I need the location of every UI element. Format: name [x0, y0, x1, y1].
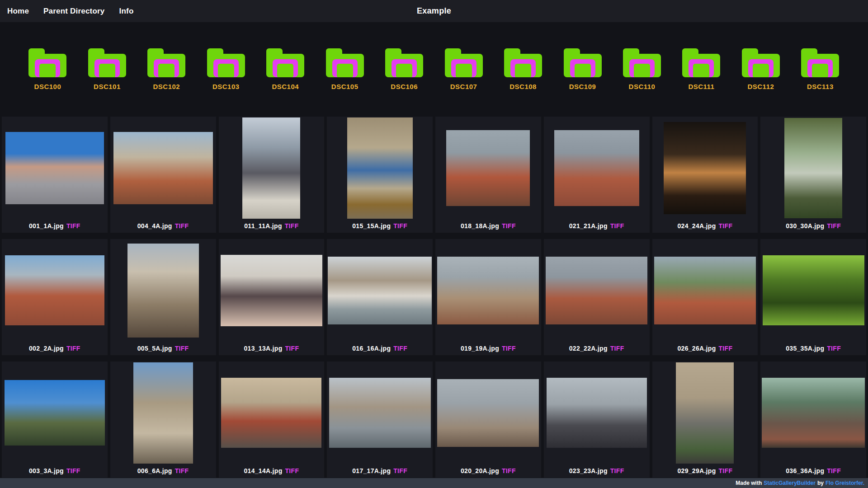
photo-thumbnail[interactable]	[127, 244, 199, 338]
photo-thumbnail[interactable]	[554, 130, 639, 206]
tiff-link[interactable]: TIFF	[66, 345, 80, 352]
folder-open-icon	[445, 48, 483, 77]
folder-label: DSC105	[331, 83, 359, 90]
photo-thumbnail[interactable]	[5, 132, 104, 204]
tiff-link[interactable]: TIFF	[175, 222, 189, 230]
photo-thumbnail[interactable]	[242, 117, 300, 219]
tiff-link[interactable]: TIFF	[66, 467, 80, 474]
tiff-link[interactable]: TIFF	[175, 345, 189, 352]
gallery-tile[interactable]: 016_16A.jpg TIFF	[327, 239, 433, 355]
folder-item[interactable]: DSC103	[203, 48, 249, 90]
tiff-link[interactable]: TIFF	[719, 345, 733, 352]
photo-thumbnail[interactable]	[437, 257, 539, 324]
tiff-link[interactable]: TIFF	[393, 345, 407, 352]
gallery-tile[interactable]: 018_18A.jpg TIFF	[435, 117, 541, 233]
photo-thumbnail[interactable]	[664, 122, 746, 214]
filename-label: 029_29A.jpg	[677, 467, 716, 474]
gallery-tile[interactable]: 003_3A.jpg TIFF	[2, 361, 108, 478]
gallery-tile[interactable]: 030_30A.jpg TIFF	[760, 117, 866, 233]
tiff-link[interactable]: TIFF	[610, 467, 624, 474]
photo-thumbnail[interactable]	[784, 118, 842, 218]
tiff-link[interactable]: TIFF	[175, 467, 189, 474]
tiff-link[interactable]: TIFF	[610, 222, 624, 230]
thumbnail-wrapper	[327, 117, 433, 219]
gallery-tile[interactable]: 011_11A.jpg TIFF	[219, 117, 325, 233]
folder-item[interactable]: DSC111	[679, 48, 724, 90]
gallery-tile[interactable]: 021_21A.jpg TIFF	[544, 117, 650, 233]
gallery-tile[interactable]: 014_14A.jpg TIFF	[219, 361, 325, 478]
photo-thumbnail[interactable]	[5, 380, 105, 446]
folder-item[interactable]: DSC113	[797, 48, 843, 90]
gallery-tile[interactable]: 005_5A.jpg TIFF	[110, 239, 216, 355]
tiff-link[interactable]: TIFF	[66, 222, 80, 230]
tiff-link[interactable]: TIFF	[827, 345, 841, 352]
folder-item[interactable]: DSC106	[382, 48, 427, 90]
tiff-link[interactable]: TIFF	[285, 222, 299, 230]
tiff-link[interactable]: TIFF	[827, 467, 841, 474]
photo-thumbnail[interactable]	[329, 378, 431, 448]
tiff-link[interactable]: TIFF	[610, 345, 624, 352]
gallery-tile[interactable]: 023_23A.jpg TIFF	[544, 361, 650, 478]
gallery-tile[interactable]: 004_4A.jpg TIFF	[110, 117, 216, 233]
photo-thumbnail[interactable]	[221, 255, 322, 326]
tiff-link[interactable]: TIFF	[393, 222, 407, 230]
gallery-tile[interactable]: 015_15A.jpg TIFF	[327, 117, 433, 233]
folder-item[interactable]: DSC107	[441, 48, 486, 90]
nav-link-home[interactable]: Home	[7, 7, 29, 16]
footer-author-link[interactable]: Flo Greistorfer.	[826, 480, 864, 486]
folder-item[interactable]: DSC110	[619, 48, 665, 90]
gallery-tile[interactable]: 006_6A.jpg TIFF	[110, 361, 216, 478]
footer-builder-link[interactable]: StaticGalleryBuilder	[764, 480, 816, 486]
photo-thumbnail[interactable]	[763, 255, 864, 325]
thumbnail-wrapper	[760, 117, 866, 219]
filename-label: 016_16A.jpg	[352, 345, 391, 352]
tiff-link[interactable]: TIFF	[719, 222, 733, 230]
gallery-tile[interactable]: 029_29A.jpg TIFF	[652, 361, 758, 478]
photo-thumbnail[interactable]	[446, 130, 530, 206]
photo-thumbnail[interactable]	[762, 378, 865, 448]
photo-thumbnail[interactable]	[654, 257, 756, 324]
gallery-tile[interactable]: 035_35A.jpg TIFF	[760, 239, 866, 355]
photo-thumbnail[interactable]	[547, 378, 647, 448]
folder-item[interactable]: DSC101	[85, 48, 130, 90]
tile-caption: 026_26A.jpg TIFF	[677, 342, 732, 355]
photo-thumbnail[interactable]	[221, 378, 321, 448]
gallery-tile[interactable]: 036_36A.jpg TIFF	[760, 361, 866, 478]
tiff-link[interactable]: TIFF	[827, 222, 841, 230]
tiff-link[interactable]: TIFF	[502, 345, 516, 352]
gallery-tile[interactable]: 002_2A.jpg TIFF	[2, 239, 108, 355]
photo-thumbnail[interactable]	[347, 117, 413, 219]
gallery-tile[interactable]: 019_19A.jpg TIFF	[435, 239, 541, 355]
gallery-tile[interactable]: 026_26A.jpg TIFF	[652, 239, 758, 355]
folder-item[interactable]: DSC109	[560, 48, 605, 90]
folder-item[interactable]: DSC112	[738, 48, 783, 90]
nav-link-info[interactable]: Info	[119, 7, 134, 16]
photo-thumbnail[interactable]	[676, 362, 734, 464]
folder-item[interactable]: DSC105	[322, 48, 368, 90]
tiff-link[interactable]: TIFF	[719, 467, 733, 474]
tiff-link[interactable]: TIFF	[285, 467, 299, 474]
gallery-tile[interactable]: 024_24A.jpg TIFF	[652, 117, 758, 233]
gallery-tile[interactable]: 013_13A.jpg TIFF	[219, 239, 325, 355]
tile-caption: 015_15A.jpg TIFF	[352, 219, 407, 233]
gallery-tile[interactable]: 001_1A.jpg TIFF	[2, 117, 108, 233]
tiff-link[interactable]: TIFF	[502, 222, 516, 230]
photo-thumbnail[interactable]	[437, 379, 539, 447]
photo-thumbnail[interactable]	[328, 257, 432, 324]
photo-thumbnail[interactable]	[133, 362, 193, 464]
folder-item[interactable]: DSC104	[263, 48, 308, 90]
photo-thumbnail[interactable]	[546, 257, 647, 324]
folder-item[interactable]: DSC100	[25, 48, 70, 90]
tile-caption: 017_17A.jpg TIFF	[352, 464, 407, 478]
photo-thumbnail[interactable]	[113, 132, 213, 204]
folder-item[interactable]: DSC102	[144, 48, 189, 90]
gallery-tile[interactable]: 017_17A.jpg TIFF	[327, 361, 433, 478]
gallery-tile[interactable]: 022_22A.jpg TIFF	[544, 239, 650, 355]
photo-thumbnail[interactable]	[5, 255, 104, 325]
tiff-link[interactable]: TIFF	[393, 467, 407, 474]
nav-link-parent-directory[interactable]: Parent Directory	[43, 7, 104, 16]
folder-item[interactable]: DSC108	[500, 48, 546, 90]
tiff-link[interactable]: TIFF	[502, 467, 516, 474]
tiff-link[interactable]: TIFF	[285, 345, 299, 352]
gallery-tile[interactable]: 020_20A.jpg TIFF	[435, 361, 541, 478]
